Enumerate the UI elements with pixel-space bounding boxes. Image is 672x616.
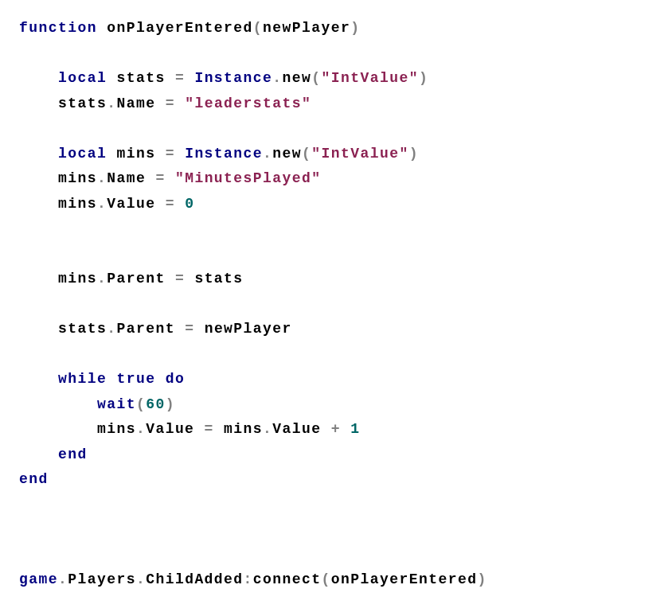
number-literal: 60 <box>146 396 165 412</box>
paren-open: ( <box>253 20 263 36</box>
code-line: wait(60) <box>19 392 653 418</box>
keyword-function: function <box>19 20 97 36</box>
operator-plus: + <box>331 421 341 437</box>
dot: . <box>263 421 272 437</box>
operator-equals: = <box>205 421 214 437</box>
operator-equals: = <box>185 321 194 337</box>
variable: mins <box>107 146 165 162</box>
property-childadded: ChildAdded <box>146 571 243 587</box>
space <box>194 321 204 337</box>
code-line-empty <box>19 342 653 368</box>
object: mins <box>58 196 97 212</box>
method-new: new <box>272 146 302 162</box>
dot: . <box>107 96 116 111</box>
paren-close: ) <box>409 146 419 162</box>
dot: . <box>107 321 116 337</box>
code-line: function onPlayerEntered(newPlayer) <box>19 16 653 41</box>
dot: . <box>136 571 146 587</box>
operator-equals: = <box>166 146 175 162</box>
paren-open: ( <box>322 571 331 587</box>
string-literal: "MinutesPlayed" <box>175 170 322 186</box>
indent <box>19 146 58 162</box>
code-line-empty <box>19 216 653 242</box>
property: Name <box>116 96 165 111</box>
function-wait: wait <box>97 396 136 412</box>
string-literal: "IntValue" <box>311 146 408 162</box>
code-block: function onPlayerEntered(newPlayer) loca… <box>19 16 653 593</box>
space <box>107 371 116 387</box>
indent <box>19 96 58 111</box>
keyword-while: while <box>58 371 107 387</box>
paren-close: ) <box>350 20 360 36</box>
operator-equals: = <box>175 70 185 86</box>
indent <box>19 170 58 186</box>
code-line: end <box>19 443 653 468</box>
code-line: stats.Parent = newPlayer <box>19 317 653 342</box>
keyword-end: end <box>58 446 88 462</box>
method-new: new <box>283 70 312 86</box>
property: Value <box>107 196 165 212</box>
method-connect: connect <box>253 571 322 587</box>
code-line-empty <box>19 543 653 568</box>
property: Name <box>107 170 155 186</box>
indent <box>19 70 58 86</box>
dot: . <box>272 70 282 86</box>
paren-close: ) <box>166 396 175 412</box>
indent <box>19 321 58 337</box>
code-line: local stats = Instance.new("IntValue") <box>19 66 653 92</box>
variable: stats <box>107 70 175 86</box>
object: mins <box>58 170 97 186</box>
object: mins <box>224 421 263 437</box>
paren-close: ) <box>477 571 486 587</box>
space <box>175 96 185 111</box>
object: stats <box>58 321 107 337</box>
space <box>341 421 350 437</box>
code-line: mins.Name = "MinutesPlayed" <box>19 166 653 192</box>
code-line: end <box>19 467 653 493</box>
indent <box>19 446 58 462</box>
code-line-empty <box>19 493 653 518</box>
param: newPlayer <box>263 20 350 36</box>
keyword-local: local <box>58 70 107 86</box>
object: stats <box>58 96 107 111</box>
property: Parent <box>107 271 175 287</box>
string-literal: "leaderstats" <box>185 96 311 111</box>
indent <box>19 396 97 412</box>
global-game: game <box>19 571 58 587</box>
property-players: Players <box>68 571 136 587</box>
keyword-end: end <box>19 471 49 487</box>
dot: . <box>58 571 68 587</box>
code-line: mins.Value = 0 <box>19 192 653 217</box>
indent <box>19 196 58 212</box>
property: Value <box>146 421 204 437</box>
code-line: local mins = Instance.new("IntValue") <box>19 142 653 167</box>
colon: : <box>244 571 253 587</box>
code-line-empty <box>19 292 653 318</box>
keyword-true: true <box>116 371 155 387</box>
operator-equals: = <box>155 170 165 186</box>
number-literal: 1 <box>350 421 360 437</box>
dot: . <box>263 146 272 162</box>
indent <box>19 421 97 437</box>
property: Parent <box>116 321 185 337</box>
space <box>155 371 165 387</box>
paren-close: ) <box>419 70 428 86</box>
indent <box>19 371 58 387</box>
dot: . <box>97 196 107 212</box>
dot: . <box>97 170 107 186</box>
function-name: onPlayerEntered <box>97 20 253 36</box>
operator-equals: = <box>166 96 175 111</box>
code-line: mins.Value = mins.Value + 1 <box>19 417 653 443</box>
keyword-do: do <box>166 371 185 387</box>
space <box>185 271 194 287</box>
class-instance: Instance <box>194 70 272 86</box>
dot: . <box>136 421 146 437</box>
code-line-empty <box>19 517 653 543</box>
space <box>214 421 224 437</box>
property: Value <box>272 421 330 437</box>
operator-equals: = <box>166 196 175 212</box>
code-line-empty <box>19 41 653 67</box>
paren-open: ( <box>302 146 311 162</box>
operator-equals: = <box>175 271 185 287</box>
code-line-empty <box>19 242 653 267</box>
